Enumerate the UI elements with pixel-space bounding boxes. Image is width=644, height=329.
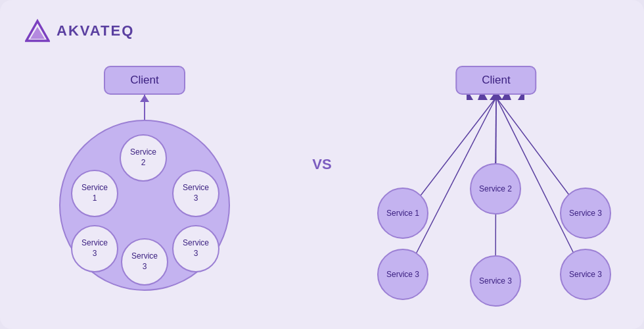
right-service-3a: Service 3: [560, 188, 611, 239]
left-diagram: Client Service2 Service1 Service3 Servic…: [39, 66, 250, 303]
left-big-circle: Service2 Service1 Service3 Service3 Serv…: [59, 120, 230, 291]
logo: AKVATEQ: [25, 18, 134, 43]
left-service-3c: Service3: [172, 225, 219, 272]
left-service-1: Service1: [71, 170, 118, 217]
right-service-3d: Service 3: [560, 249, 611, 300]
main-container: AKVATEQ VS Client Service2 Service1 Serv…: [0, 0, 644, 329]
right-client-box: Client: [455, 66, 536, 95]
right-service-1: Service 1: [377, 188, 428, 239]
right-service-3b: Service 3: [377, 249, 428, 300]
right-diagram: Client Service 2 Service 1 Service 3 Ser…: [375, 66, 618, 316]
left-service-3a: Service3: [172, 170, 219, 217]
logo-icon: [25, 18, 50, 43]
left-client-box: Client: [104, 66, 185, 95]
left-service-3b: Service3: [71, 225, 118, 272]
left-service-2: Service2: [120, 134, 167, 182]
right-service-2: Service 2: [470, 163, 521, 215]
vs-label: VS: [312, 156, 331, 173]
svg-line-2: [495, 97, 496, 163]
left-arrow-up: [144, 95, 145, 120]
right-service-3c: Service 3: [470, 255, 521, 307]
left-service-3d: Service3: [121, 238, 168, 286]
logo-text: AKVATEQ: [57, 22, 134, 39]
